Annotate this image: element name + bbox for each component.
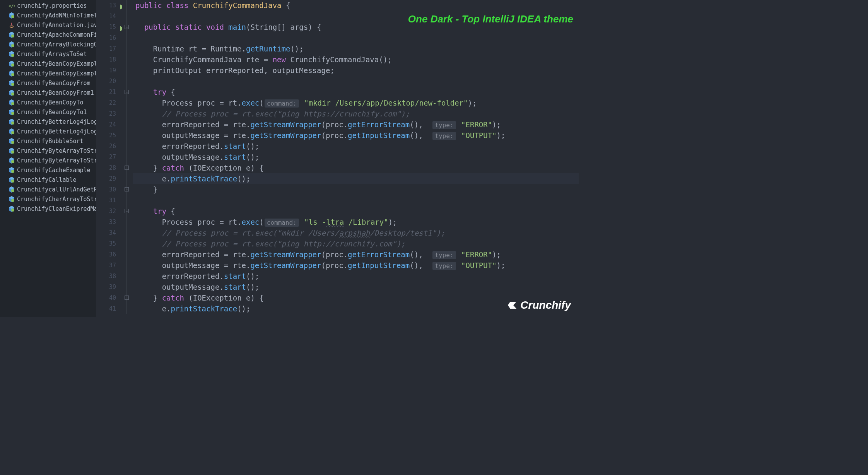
fold-toggle-icon[interactable]: − (125, 296, 129, 300)
code-line[interactable]: Process proc = rt.exec(command: "mkdir /… (133, 97, 579, 108)
file-item[interactable]: CrunchifyBeanCopyFrom1 (0, 88, 96, 97)
code-area[interactable]: public class CrunchifyCommandJava { publ… (133, 0, 579, 317)
code-line[interactable]: errorReported = rte.getStreamWrapper(pro… (133, 249, 579, 260)
code-line[interactable]: } (133, 184, 579, 195)
code-line[interactable]: errorReported.start(); (133, 141, 579, 152)
line-number[interactable]: 20 (96, 76, 116, 87)
fold-toggle-icon[interactable]: − (125, 90, 129, 94)
file-item[interactable]: CrunchifyCleanExipredMapElements (0, 204, 96, 214)
code-line[interactable]: // Process proc = rt.exec("ping http://c… (133, 238, 579, 249)
file-item[interactable]: CrunchifyCharArrayToString (0, 194, 96, 204)
code-line[interactable]: outputMessage = rte.getStreamWrapper(pro… (133, 260, 579, 271)
project-tree[interactable]: </>crunchify.propertiesCrunchifyAddNMinT… (0, 0, 96, 317)
file-name: CrunchifyCleanExipredMapElements (17, 205, 96, 212)
code-line[interactable]: printOutput errorReported, outputMessage… (133, 65, 579, 76)
line-number[interactable]: 29 (96, 173, 116, 184)
fold-toggle-icon[interactable]: − (125, 187, 129, 191)
svg-point-17 (11, 170, 14, 173)
line-number[interactable]: 28 (96, 162, 116, 173)
file-item[interactable]: CrunchifyArraysToSet (0, 49, 96, 59)
fold-toggle-icon[interactable]: − (125, 166, 129, 170)
code-line[interactable] (133, 195, 579, 206)
svg-point-15 (11, 150, 14, 154)
line-number[interactable]: 17 (96, 43, 116, 54)
line-number[interactable]: 30 (96, 184, 116, 195)
line-number[interactable]: 13 (96, 0, 116, 11)
code-line[interactable]: public class CrunchifyCommandJava { (133, 0, 579, 11)
code-line[interactable]: outputMessage = rte.getStreamWrapper(pro… (133, 130, 579, 141)
line-number[interactable]: 34 (96, 227, 116, 238)
file-item[interactable]: CrunchifyBeanCopyTo1 (0, 107, 96, 117)
file-item[interactable]: CrunchifycallUrlAndGetResponse (0, 185, 96, 194)
line-number[interactable]: 36 (96, 249, 116, 260)
line-number[interactable]: 26 (96, 141, 116, 152)
svg-point-14 (11, 141, 14, 144)
editor[interactable]: 1314151617181920212223242526272829303132… (96, 0, 579, 317)
line-number[interactable]: 19 (96, 65, 116, 76)
code-line[interactable]: try { (133, 87, 579, 97)
file-name: crunchify.properties (17, 2, 87, 9)
line-number[interactable]: 18 (96, 54, 116, 65)
file-item[interactable]: CrunchifyBubbleSort (0, 136, 96, 146)
class-icon (9, 138, 15, 144)
line-number[interactable]: 35 (96, 238, 116, 249)
file-item[interactable]: CrunchifyArrayBlockingQueueVsEvict (0, 39, 96, 49)
line-number[interactable]: 16 (96, 32, 116, 43)
code-line[interactable]: try { (133, 206, 579, 217)
file-name: CrunchifyBetterLog4jLoggingTest (17, 128, 96, 135)
line-number[interactable]: 14 (96, 11, 116, 22)
code-line[interactable]: e.printStackTrace(); (133, 173, 579, 184)
code-line[interactable]: // Process proc = rt.exec("mkdir /Users/… (133, 227, 579, 238)
line-number[interactable]: 38 (96, 271, 116, 282)
code-line[interactable]: errorReported = rte.getStreamWrapper(pro… (133, 119, 579, 130)
file-item[interactable]: CrunchifyBeanCopyFrom (0, 78, 96, 88)
line-number[interactable]: 41 (96, 303, 116, 314)
line-number[interactable]: 37 (96, 260, 116, 271)
code-line[interactable]: Process proc = rt.exec(command: "ls -ltr… (133, 217, 579, 227)
file-item[interactable]: CrunchifyByteArrayToString (0, 146, 96, 155)
fold-toggle-icon[interactable]: − (125, 209, 129, 213)
inlay-hint: type: (432, 262, 456, 270)
line-number[interactable]: 33 (96, 217, 116, 227)
file-item[interactable]: CrunchifyBeanCopyTo (0, 97, 96, 107)
file-item[interactable]: </>crunchify.properties (0, 1, 96, 10)
line-number[interactable]: 39 (96, 282, 116, 292)
line-number[interactable]: 32 (96, 206, 116, 217)
code-line[interactable]: outputMessage.start(); (133, 282, 579, 292)
file-item[interactable]: CrunchifyBeanCopyExample1 (0, 68, 96, 78)
line-number[interactable]: 40 (96, 292, 116, 303)
file-item[interactable]: CrunchifyBetterLog4jLoggingTest (0, 126, 96, 136)
file-name: CrunchifycallUrlAndGetResponse (17, 186, 96, 193)
line-number[interactable]: 31 (96, 195, 116, 206)
file-item[interactable]: CrunchifyAddNMinToTimeTest (0, 10, 96, 20)
fold-toggle-icon[interactable]: − (125, 25, 129, 29)
line-number[interactable]: 22 (96, 97, 116, 108)
file-item[interactable]: CrunchifyBetterLog4jLogging (0, 117, 96, 126)
code-line[interactable]: errorReported.start(); (133, 271, 579, 282)
file-item[interactable]: CrunchifyBeanCopyExample (0, 59, 96, 68)
class-icon (9, 90, 15, 96)
line-number[interactable]: 24 (96, 119, 116, 130)
line-number[interactable]: 21 (96, 87, 116, 97)
file-item[interactable]: CrunchifyAnnotation.java (0, 20, 96, 30)
code-line[interactable] (133, 32, 579, 43)
file-item[interactable]: CrunchifyByteArrayToString1 (0, 155, 96, 165)
class-icon (9, 41, 15, 48)
line-number[interactable]: 27 (96, 152, 116, 162)
file-name: CrunchifyBeanCopyFrom (17, 80, 91, 87)
line-number[interactable]: 15 (96, 22, 116, 32)
code-line[interactable]: } catch (IOException e) { (133, 162, 579, 173)
file-item[interactable]: CrunchifyCacheExample (0, 165, 96, 175)
line-number[interactable]: 23 (96, 108, 116, 119)
code-line[interactable]: CrunchifyCommandJava rte = new Crunchify… (133, 54, 579, 65)
file-name: CrunchifyBeanCopyTo1 (17, 109, 87, 116)
line-number[interactable]: 25 (96, 130, 116, 141)
file-item[interactable]: CrunchifyCallable (0, 175, 96, 185)
fold-column[interactable]: −−−−−− (122, 0, 133, 317)
code-line[interactable]: Runtime rt = Runtime.getRuntime(); (133, 43, 579, 54)
class-icon (9, 186, 15, 193)
code-line[interactable]: // Process proc = rt.exec("ping https://… (133, 108, 579, 119)
code-line[interactable]: outputMessage.start(); (133, 152, 579, 162)
file-item[interactable]: CrunchifyApacheCommonFileAppend (0, 30, 96, 39)
code-line[interactable] (133, 76, 579, 87)
